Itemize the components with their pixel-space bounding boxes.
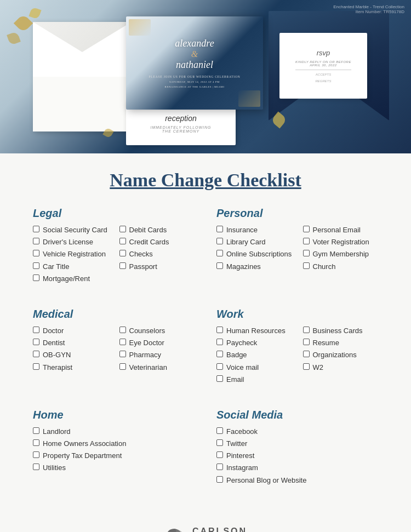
main-content: Name Change Checklist Legal Social Secur… — [0, 153, 411, 515]
medical-col1: Doctor Dentist OB-GYN Therapist — [33, 326, 109, 375]
checkbox[interactable] — [216, 327, 223, 333]
home-col1: Landlord Home Owners Association Propert… — [33, 427, 195, 476]
list-item: Eye Doctor — [119, 338, 195, 348]
section-work: Work Human Resources Paycheck Badge Voic… — [216, 308, 378, 387]
checkbox[interactable] — [119, 327, 126, 333]
checkbox[interactable] — [216, 375, 223, 382]
logo-area: CARLSON CRAFT® — [164, 526, 247, 532]
work-col1: Human Resources Paycheck Badge Voice mai… — [216, 326, 292, 387]
personal-col2: Personal Email Voter Registration Gym Me… — [303, 225, 379, 274]
list-item: Personal Blog or Website — [216, 476, 378, 485]
list-item: Personal Email — [303, 225, 379, 235]
checkbox[interactable] — [33, 451, 39, 458]
list-item: Library Card — [216, 237, 292, 247]
checkbox[interactable] — [33, 250, 39, 256]
list-item: Voice mail — [216, 363, 292, 373]
checkbox[interactable] — [33, 274, 39, 281]
checkbox[interactable] — [119, 226, 126, 232]
logo-text: CARLSON CRAFT® — [192, 527, 247, 532]
list-item: Mortgage/Rent — [33, 274, 109, 284]
checkbox[interactable] — [216, 226, 223, 232]
checkbox[interactable] — [303, 226, 310, 232]
carlson-craft-logo-icon — [164, 526, 186, 532]
checkbox[interactable] — [119, 238, 126, 244]
section-home-content: Landlord Home Owners Association Propert… — [33, 427, 195, 476]
checklist-grid: Legal Social Security Card Driver's Lice… — [33, 207, 378, 493]
list-item: Business Cards — [303, 326, 379, 336]
list-item: Magazines — [216, 262, 292, 272]
list-item: Checks — [119, 249, 195, 259]
section-social-media-title: Social Media — [216, 409, 378, 421]
section-home-title: Home — [33, 409, 195, 421]
list-item: Facebook — [216, 427, 378, 437]
checkbox[interactable] — [303, 327, 310, 333]
list-item: Pinterest — [216, 451, 378, 461]
logo-carlson: CARLSON — [192, 527, 247, 532]
work-col2: Business Cards Resume Organizations W2 — [303, 326, 379, 387]
checkbox[interactable] — [119, 262, 126, 269]
legal-col2: Debit Cards Credit Cards Checks Passport — [119, 225, 195, 286]
checkbox[interactable] — [216, 476, 223, 483]
checkbox[interactable] — [303, 238, 310, 244]
checkbox[interactable] — [33, 464, 39, 470]
checkbox[interactable] — [216, 439, 223, 446]
checkbox[interactable] — [303, 351, 310, 357]
list-item: Church — [303, 262, 379, 272]
checkbox[interactable] — [303, 250, 310, 256]
list-item: Landlord — [33, 427, 195, 437]
list-item: Car Title — [33, 262, 109, 272]
checkbox[interactable] — [33, 439, 39, 446]
checkbox[interactable] — [119, 351, 126, 357]
checkbox[interactable] — [33, 351, 39, 357]
list-item: Voter Registration — [303, 237, 379, 247]
checkbox[interactable] — [303, 339, 310, 345]
header-watermark: Enchanted Marble - Trend Collection Item… — [333, 4, 404, 14]
list-item: Social Security Card — [33, 225, 109, 235]
section-legal-content: Social Security Card Driver's License Ve… — [33, 225, 195, 286]
medical-col2: Counselors Eye Doctor Pharmacy Veterinar… — [119, 326, 195, 375]
checkbox[interactable] — [216, 339, 223, 345]
card-name2: nathaniel — [149, 59, 240, 71]
card-ampersand: & — [149, 49, 240, 59]
checkbox[interactable] — [33, 427, 39, 434]
section-work-content: Human Resources Paycheck Badge Voice mai… — [216, 326, 378, 387]
watermark-line2: Item Number: TR59178D — [333, 9, 404, 14]
rsvp-accepts: ACCEPTSREGRETS — [295, 73, 351, 83]
list-item: Doctor — [33, 326, 109, 336]
section-personal: Personal Insurance Library Card Online S… — [216, 207, 378, 286]
checkbox[interactable] — [33, 363, 39, 370]
checkbox[interactable] — [216, 464, 223, 470]
footer: CARLSON CRAFT® — [0, 515, 411, 532]
checkbox[interactable] — [33, 238, 39, 244]
checkbox[interactable] — [33, 327, 39, 333]
checkbox[interactable] — [303, 262, 310, 269]
checkbox[interactable] — [216, 238, 223, 244]
checkbox[interactable] — [119, 363, 126, 370]
checkbox[interactable] — [216, 427, 223, 434]
checkbox[interactable] — [216, 262, 223, 269]
checkbox[interactable] — [33, 339, 39, 345]
section-medical: Medical Doctor Dentist OB-GYN Therapist … — [33, 308, 195, 387]
personal-col1: Insurance Library Card Online Subscripti… — [216, 225, 292, 274]
list-item: Resume — [303, 338, 379, 348]
list-item: Therapist — [33, 363, 109, 373]
invitation-card: alexandre & nathaniel PLEASE JOIN US FOR… — [126, 16, 263, 110]
header-image: alexandre & nathaniel PLEASE JOIN US FOR… — [0, 0, 411, 153]
checkbox[interactable] — [216, 250, 223, 256]
legal-col1: Social Security Card Driver's License Ve… — [33, 225, 109, 286]
checkbox[interactable] — [216, 451, 223, 458]
section-personal-title: Personal — [216, 207, 378, 220]
checkbox[interactable] — [216, 351, 223, 357]
checkbox[interactable] — [33, 262, 39, 269]
checkbox[interactable] — [119, 339, 126, 345]
list-item: Online Subscriptions — [216, 249, 292, 259]
checkbox[interactable] — [33, 226, 39, 232]
checkbox[interactable] — [216, 363, 223, 370]
list-item: OB-GYN — [33, 350, 109, 360]
list-item: Debit Cards — [119, 225, 195, 235]
rsvp-detail: KINDLY REPLY ON OR BEFOREAPRIL 30, 2022 — [295, 60, 351, 67]
checkbox[interactable] — [303, 363, 310, 370]
list-item: Utilities — [33, 463, 195, 473]
checkbox[interactable] — [119, 250, 126, 256]
list-item: Counselors — [119, 326, 195, 336]
